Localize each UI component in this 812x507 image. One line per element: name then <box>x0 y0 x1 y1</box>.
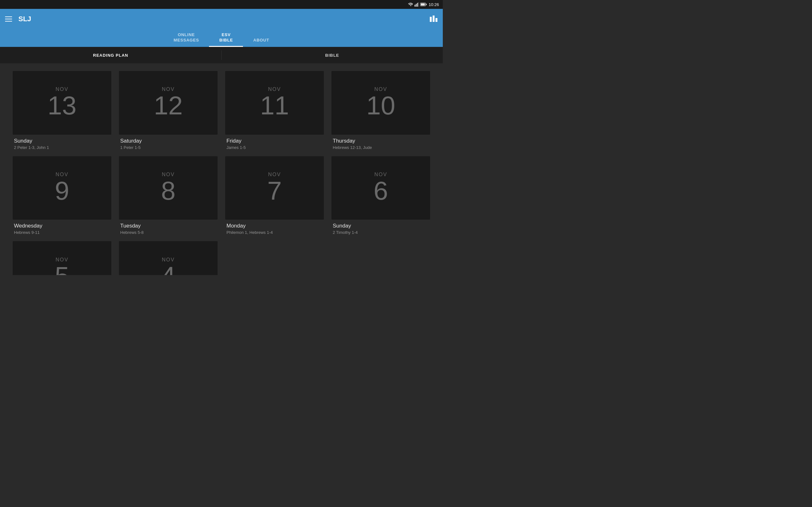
card-tile: NOV 12 <box>119 71 217 135</box>
card-day: 8 <box>161 178 176 204</box>
subnav-reading-plan[interactable]: READING PLAN <box>0 48 221 63</box>
calendar-card[interactable]: NOV 4 Friday <box>119 241 217 275</box>
card-day: 10 <box>366 93 395 118</box>
card-reading: 2 Timothy 1-4 <box>333 230 429 235</box>
svg-rect-5 <box>426 4 427 5</box>
card-day: 5 <box>55 263 69 275</box>
svg-rect-1 <box>416 4 417 7</box>
svg-rect-9 <box>436 18 438 22</box>
card-weekday: Saturday <box>120 138 216 144</box>
card-weekday: Sunday <box>14 138 110 144</box>
card-tile: NOV 13 <box>13 71 111 135</box>
card-reading: Hebrews 5-8 <box>120 230 216 235</box>
status-icons <box>408 2 426 7</box>
card-weekday: Wednesday <box>14 223 110 229</box>
calendar-card[interactable]: NOV 5 Saturday <box>13 241 111 275</box>
card-day: 4 <box>161 263 176 275</box>
tab-esv-bible[interactable]: ESV BIBLE <box>209 32 243 47</box>
card-info: Thursday Hebrews 12-13, Jude <box>332 135 430 150</box>
tab-bar: ONLINE MESSAGES ESV BIBLE ABOUT <box>0 29 443 47</box>
svg-rect-8 <box>433 15 435 22</box>
svg-rect-6 <box>421 3 425 6</box>
card-reading: 1 Peter 1-5 <box>120 145 216 150</box>
card-info: Monday Philemon 1, Hebrews 1-4 <box>225 220 324 235</box>
tab-about[interactable]: ABOUT <box>243 38 279 47</box>
card-day: 9 <box>55 178 69 204</box>
card-reading: Hebrews 12-13, Jude <box>333 145 429 150</box>
tab-online-messages[interactable]: ONLINE MESSAGES <box>163 32 209 47</box>
app-title: SLJ <box>18 15 31 23</box>
card-day: 11 <box>260 93 289 118</box>
card-tile: NOV 10 <box>332 71 430 135</box>
bar-chart-button[interactable] <box>429 15 438 23</box>
card-tile: NOV 11 <box>225 71 324 135</box>
card-tile: NOV 7 <box>225 156 324 220</box>
card-reading: Hebrews 9-11 <box>14 230 110 235</box>
svg-rect-7 <box>430 17 432 22</box>
card-info: Friday James 1-5 <box>225 135 324 150</box>
card-weekday: Tuesday <box>120 223 216 229</box>
status-bar: 10:26 <box>0 0 443 9</box>
calendar-card[interactable]: NOV 8 Tuesday Hebrews 5-8 <box>119 156 217 235</box>
calendar-card[interactable]: NOV 6 Sunday 2 Timothy 1-4 <box>332 156 430 235</box>
card-weekday: Sunday <box>333 223 429 229</box>
card-info: Wednesday Hebrews 9-11 <box>13 220 111 235</box>
card-tile: NOV 9 <box>13 156 111 220</box>
card-tile: NOV 5 <box>13 241 111 275</box>
cards-grid: NOV 13 Sunday 2 Peter 1-3, John 1 NOV 12… <box>0 63 443 275</box>
card-day: 6 <box>374 178 388 204</box>
app-bar: SLJ <box>0 9 443 29</box>
card-tile: NOV 4 <box>119 241 217 275</box>
subnav-bible[interactable]: BIBLE <box>222 48 443 63</box>
calendar-card[interactable]: NOV 10 Thursday Hebrews 12-13, Jude <box>332 71 430 150</box>
card-info: Saturday 1 Peter 1-5 <box>119 135 217 150</box>
calendar-card[interactable]: NOV 11 Friday James 1-5 <box>225 71 324 150</box>
battery-icon <box>420 3 426 6</box>
sub-nav: READING PLAN BIBLE <box>0 47 443 63</box>
card-day: 13 <box>48 93 77 118</box>
card-day: 7 <box>267 178 282 204</box>
card-weekday: Friday <box>226 138 322 144</box>
calendar-card[interactable]: NOV 9 Wednesday Hebrews 9-11 <box>13 156 111 235</box>
card-tile: NOV 6 <box>332 156 430 220</box>
signal-icon <box>415 2 419 7</box>
wifi-icon <box>408 3 413 6</box>
card-day: 12 <box>154 93 183 118</box>
card-reading: James 1-5 <box>226 145 322 150</box>
card-tile: NOV 8 <box>119 156 217 220</box>
card-info: Tuesday Hebrews 5-8 <box>119 220 217 235</box>
menu-button[interactable] <box>5 16 12 21</box>
card-info: Sunday 2 Timothy 1-4 <box>332 220 430 235</box>
card-reading: 2 Peter 1-3, John 1 <box>14 145 110 150</box>
calendar-card[interactable]: NOV 13 Sunday 2 Peter 1-3, John 1 <box>13 71 111 150</box>
card-info: Sunday 2 Peter 1-3, John 1 <box>13 135 111 150</box>
card-weekday: Monday <box>226 223 322 229</box>
svg-rect-0 <box>415 5 415 7</box>
status-time: 10:26 <box>428 2 439 7</box>
calendar-card[interactable]: NOV 12 Saturday 1 Peter 1-5 <box>119 71 217 150</box>
card-weekday: Thursday <box>333 138 429 144</box>
svg-rect-2 <box>417 3 418 7</box>
card-reading: Philemon 1, Hebrews 1-4 <box>226 230 322 235</box>
calendar-card[interactable]: NOV 7 Monday Philemon 1, Hebrews 1-4 <box>225 156 324 235</box>
svg-rect-3 <box>418 2 419 7</box>
